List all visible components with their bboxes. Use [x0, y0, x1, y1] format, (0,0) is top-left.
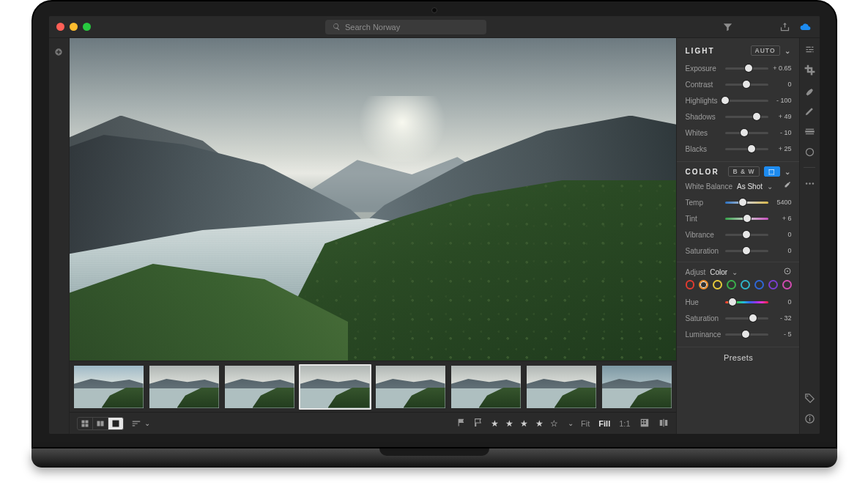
slider-knob[interactable]: [743, 247, 750, 254]
slider-track[interactable]: [725, 250, 768, 252]
add-photos-icon[interactable]: [52, 45, 65, 59]
slider-track[interactable]: [725, 301, 768, 303]
crop-icon[interactable]: [803, 63, 816, 76]
maximize-window-button[interactable]: [83, 23, 91, 31]
minimize-window-button[interactable]: [70, 23, 78, 31]
filmstrip-thumb[interactable]: [601, 364, 673, 410]
slider-knob[interactable]: [745, 64, 752, 72]
filmstrip-thumb[interactable]: [223, 364, 296, 410]
filmstrip-thumb[interactable]: [299, 364, 371, 410]
slider-track[interactable]: [725, 148, 768, 150]
healing-brush-icon[interactable]: [803, 84, 816, 97]
slider-saturation[interactable]: Saturation 0: [686, 243, 792, 259]
color-swatch[interactable]: [727, 280, 736, 289]
detail-view-button[interactable]: [108, 417, 124, 430]
slider-value: + 49: [773, 113, 792, 120]
color-swatch[interactable]: [768, 280, 778, 289]
slider-track[interactable]: [725, 84, 768, 86]
rating-stars[interactable]: ★ ★ ★ ★ ☆: [491, 418, 560, 429]
slider-knob[interactable]: [741, 129, 748, 136]
slider-knob[interactable]: [743, 81, 750, 88]
photo-canvas[interactable]: [70, 38, 676, 361]
slider-luminance[interactable]: Luminance - 5: [686, 326, 792, 342]
color-swatch[interactable]: [754, 280, 764, 289]
slider-temp[interactable]: Temp 5400: [686, 194, 792, 210]
compare-view-button[interactable]: [92, 417, 108, 430]
slider-track[interactable]: [725, 234, 768, 236]
color-profile-icon[interactable]: ⬚: [764, 166, 780, 177]
camera-dot: [431, 7, 437, 13]
slider-track[interactable]: [725, 202, 768, 204]
slider-knob[interactable]: [743, 215, 751, 222]
tag-icon[interactable]: [803, 391, 816, 405]
grid-overlay-icon[interactable]: [639, 418, 650, 429]
filmstrip-thumb[interactable]: [450, 364, 522, 410]
edit-sliders-icon[interactable]: [803, 43, 816, 56]
search-field[interactable]: Search Norway: [325, 20, 486, 34]
fit-button[interactable]: Fit: [581, 419, 590, 428]
sort-menu[interactable]: ⌄: [131, 418, 150, 429]
flag-reject-icon[interactable]: [474, 418, 483, 429]
brush-icon[interactable]: [803, 104, 816, 117]
slider-track[interactable]: [725, 116, 768, 118]
slider-track[interactable]: [725, 317, 768, 320]
filmstrip-thumb[interactable]: [73, 364, 145, 410]
filmstrip-thumb[interactable]: [525, 364, 598, 410]
eyedropper-icon[interactable]: [783, 181, 792, 191]
cloud-sync-icon[interactable]: [799, 21, 812, 34]
slider-track[interactable]: [725, 132, 768, 134]
color-swatch[interactable]: [686, 280, 695, 289]
before-after-icon[interactable]: [659, 418, 669, 429]
filmstrip-thumb[interactable]: [148, 364, 220, 410]
color-mixer-header[interactable]: Adjust Color ⌄: [686, 267, 792, 277]
color-swatch[interactable]: [699, 280, 708, 289]
slider-knob[interactable]: [749, 314, 757, 322]
slider-knob[interactable]: [753, 113, 760, 120]
slider-knob[interactable]: [743, 231, 750, 238]
slider-knob[interactable]: [729, 298, 736, 306]
slider-hue[interactable]: Hue 0: [686, 294, 792, 310]
slider-blacks[interactable]: Blacks + 25: [686, 141, 792, 157]
filter-icon[interactable]: [722, 21, 735, 34]
slider-track[interactable]: [725, 333, 768, 336]
white-balance-row[interactable]: White Balance As Shot ⌄: [686, 181, 792, 191]
slider-track[interactable]: [725, 100, 768, 102]
close-window-button[interactable]: [56, 23, 64, 31]
slider-vibrance[interactable]: Vibrance 0: [686, 226, 792, 243]
color-section-header[interactable]: COLOR B & W ⬚ ⌄: [686, 166, 792, 177]
color-swatch[interactable]: [713, 280, 722, 289]
slider-exposure[interactable]: Exposure + 0.65: [686, 60, 792, 76]
zoom-controls: Fit Fill 1:1: [581, 418, 668, 429]
radial-gradient-icon[interactable]: [803, 145, 816, 158]
light-section-header[interactable]: LIGHT AUTO ⌄: [686, 45, 792, 56]
slider-contrast[interactable]: Contrast 0: [686, 76, 792, 92]
laptop-lid: Search Norway: [31, 0, 837, 448]
presets-button[interactable]: Presets: [686, 353, 792, 362]
info-icon[interactable]: [803, 412, 816, 425]
slider-track[interactable]: [725, 218, 768, 220]
slider-knob[interactable]: [722, 97, 729, 104]
one-to-one-button[interactable]: 1:1: [619, 419, 630, 428]
flag-pick-icon[interactable]: [457, 418, 467, 429]
slider-track[interactable]: [725, 67, 768, 70]
slider-knob[interactable]: [742, 331, 749, 338]
slider-knob[interactable]: [748, 145, 755, 152]
auto-button[interactable]: AUTO: [751, 45, 780, 56]
filmstrip-thumb[interactable]: [374, 364, 447, 410]
more-tools-icon[interactable]: [803, 177, 816, 190]
color-swatch[interactable]: [741, 280, 750, 289]
slider-whites[interactable]: Whites - 10: [686, 125, 792, 141]
fill-button[interactable]: Fill: [598, 419, 610, 428]
filmstrip[interactable]: [70, 361, 676, 412]
linear-gradient-icon[interactable]: [803, 125, 816, 138]
target-adjust-icon[interactable]: [783, 267, 792, 277]
slider-saturation[interactable]: Saturation - 32: [686, 310, 792, 326]
slider-knob[interactable]: [739, 199, 746, 206]
slider-highlights[interactable]: Highlights - 100: [686, 92, 792, 108]
bw-button[interactable]: B & W: [728, 166, 759, 177]
slider-tint[interactable]: Tint + 6: [686, 210, 792, 226]
slider-shadows[interactable]: Shadows + 49: [686, 108, 792, 125]
color-swatch[interactable]: [782, 280, 792, 289]
share-icon[interactable]: [779, 21, 792, 34]
grid-view-button[interactable]: [77, 417, 93, 430]
